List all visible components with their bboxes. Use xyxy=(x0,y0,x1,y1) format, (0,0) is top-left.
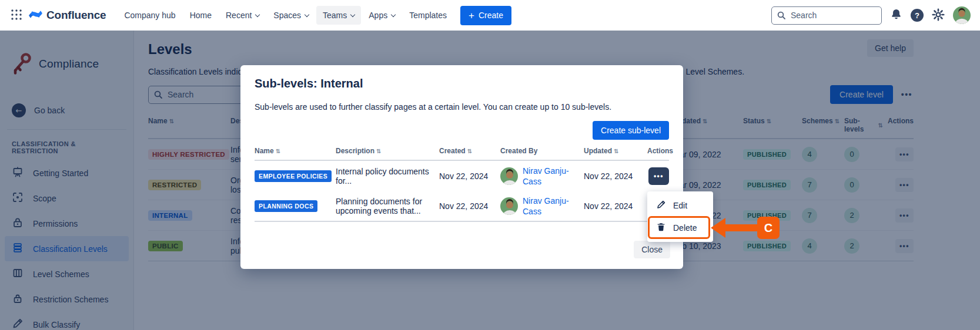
nav-item-apps[interactable]: Apps xyxy=(362,6,402,25)
col-header-created-by: Created By xyxy=(500,147,584,155)
menu-item-edit[interactable]: Edit xyxy=(647,194,713,217)
sub-level-badge: EMPLOYEE POLICIES xyxy=(255,170,332,182)
annotation-label: C xyxy=(757,217,780,239)
table-row: PLANNING DOCS Planning documents for upc… xyxy=(255,191,669,222)
app-grid-icon xyxy=(11,9,22,22)
sort-icon xyxy=(276,148,280,154)
sub-level-description: Planning documents for upcoming events t… xyxy=(336,197,439,215)
chevron-down-icon xyxy=(305,12,309,16)
avatar xyxy=(500,197,518,215)
created-by-link[interactable]: Nirav Ganju-Cass xyxy=(523,166,579,187)
sort-icon xyxy=(614,148,618,154)
sub-level-created: Nov 22, 2024 xyxy=(439,171,500,181)
sub-level-updated: Nov 22, 2024 xyxy=(584,201,647,211)
confluence-logo-icon xyxy=(28,7,43,24)
user-avatar[interactable] xyxy=(953,6,971,24)
nav-item-teams[interactable]: Teams xyxy=(316,6,361,25)
sub-levels-table: Name Description Created Created By Upda… xyxy=(255,147,669,222)
sort-icon xyxy=(376,148,381,154)
col-header-name[interactable]: Name xyxy=(255,147,336,155)
create-button[interactable]: + Create xyxy=(460,6,511,25)
sub-levels-modal: Sub-levels: Internal Sub-levels are used… xyxy=(240,65,683,269)
sort-icon xyxy=(467,148,472,154)
plus-icon: + xyxy=(469,11,474,21)
create-sub-level-button[interactable]: Create sub-level xyxy=(593,121,669,140)
sub-level-badge: PLANNING DOCS xyxy=(255,200,317,212)
col-header-actions: Actions xyxy=(647,147,673,155)
app-switcher-button[interactable] xyxy=(7,6,26,25)
top-navbar: Confluence Company hub Home Recent Space… xyxy=(0,0,980,31)
col-header-created[interactable]: Created xyxy=(439,147,500,155)
sub-level-description: Internal policy documents for... xyxy=(336,167,439,186)
page: Confluence Company hub Home Recent Space… xyxy=(0,0,980,330)
close-button[interactable]: Close xyxy=(634,241,670,258)
modal-title: Sub-levels: Internal xyxy=(255,77,669,90)
chevron-down-icon xyxy=(350,12,355,16)
gear-icon xyxy=(932,8,945,23)
table-row: EMPLOYEE POLICIES Internal policy docume… xyxy=(255,161,669,191)
notifications-button[interactable] xyxy=(890,8,902,22)
help-button[interactable]: ? xyxy=(911,9,924,22)
nav-item-home[interactable]: Home xyxy=(183,6,218,25)
search-icon xyxy=(777,11,786,22)
annotation-arrow-shaft xyxy=(723,224,758,231)
avatar-image xyxy=(953,6,971,24)
chevron-down-icon xyxy=(391,12,396,16)
avatar xyxy=(500,167,518,185)
question-mark-icon: ? xyxy=(911,9,924,22)
chevron-down-icon xyxy=(255,12,260,16)
sub-level-updated: Nov 22, 2024 xyxy=(584,171,647,181)
sub-levels-table-header: Name Description Created Created By Upda… xyxy=(255,147,669,161)
nav-item-spaces[interactable]: Spaces xyxy=(267,6,315,25)
nav-item-company-hub[interactable]: Company hub xyxy=(118,6,182,25)
row-actions-button-active[interactable] xyxy=(648,167,669,185)
created-by-link[interactable]: Nirav Ganju-Cass xyxy=(523,196,579,217)
sub-level-created: Nov 22, 2024 xyxy=(439,201,500,211)
logo-text: Confluence xyxy=(46,9,106,22)
col-header-description[interactable]: Description xyxy=(336,147,439,155)
edit-icon xyxy=(656,200,666,211)
bell-icon xyxy=(890,8,902,22)
settings-button[interactable] xyxy=(932,8,945,23)
nav-item-recent[interactable]: Recent xyxy=(219,6,266,25)
global-search xyxy=(771,6,882,25)
topnav-right: ? xyxy=(771,6,971,25)
modal-description: Sub-levels are used to further classify … xyxy=(255,102,669,112)
annotation-highlight-box xyxy=(648,216,710,239)
global-search-input[interactable] xyxy=(771,6,882,25)
confluence-logo[interactable]: Confluence xyxy=(28,7,106,24)
col-header-updated[interactable]: Updated xyxy=(584,147,647,155)
nav-item-templates[interactable]: Templates xyxy=(403,6,453,25)
